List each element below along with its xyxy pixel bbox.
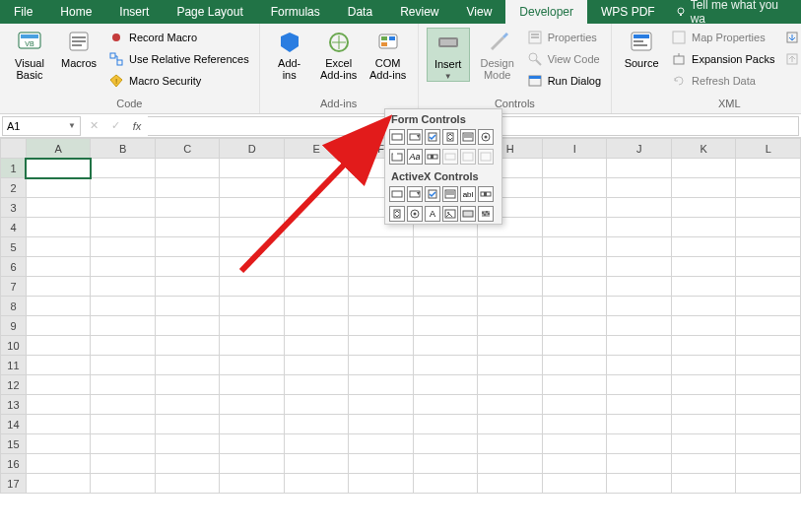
cell[interactable] (607, 474, 671, 494)
source-button[interactable]: Source (620, 28, 663, 69)
cell[interactable] (349, 415, 414, 434)
cell[interactable] (413, 375, 478, 395)
cell[interactable] (91, 415, 156, 434)
cell[interactable] (26, 415, 91, 434)
cell[interactable] (607, 237, 671, 257)
row-header[interactable]: 9 (1, 316, 27, 336)
cell[interactable] (413, 257, 478, 277)
cell[interactable] (607, 336, 671, 356)
cell[interactable] (349, 277, 414, 297)
cell[interactable] (349, 474, 414, 494)
cell[interactable] (26, 159, 91, 178)
cell[interactable] (607, 356, 671, 375)
cell[interactable] (671, 356, 736, 375)
column-header[interactable]: J (607, 139, 671, 159)
record-macro-button[interactable]: Record Macro (106, 28, 251, 47)
cell[interactable] (284, 395, 349, 415)
import-button[interactable]: Import (782, 28, 801, 47)
cell[interactable] (26, 375, 91, 395)
row-header[interactable]: 17 (1, 474, 27, 494)
cell[interactable] (736, 257, 801, 277)
activex-commandbutton-control[interactable] (389, 186, 405, 202)
tab-review[interactable]: Review (386, 0, 452, 24)
cell[interactable] (542, 237, 606, 257)
cell[interactable] (220, 375, 285, 395)
cell[interactable] (478, 237, 543, 257)
cell[interactable] (413, 316, 478, 336)
row-header[interactable]: 15 (1, 434, 27, 454)
cell[interactable] (478, 415, 543, 434)
cell[interactable] (220, 159, 285, 178)
cell[interactable] (26, 474, 91, 494)
row-header[interactable]: 2 (1, 178, 27, 198)
cell[interactable] (478, 336, 543, 356)
cell[interactable] (413, 356, 478, 375)
cell[interactable] (542, 218, 606, 237)
tab-data[interactable]: Data (334, 0, 386, 24)
cell[interactable] (284, 336, 349, 356)
column-header[interactable]: D (220, 139, 285, 159)
cell[interactable] (220, 316, 285, 336)
form-checkbox-control[interactable] (425, 129, 440, 145)
name-box[interactable]: A1 ▼ (2, 116, 81, 136)
cell[interactable] (284, 434, 349, 454)
cell[interactable] (671, 415, 736, 434)
cell[interactable] (26, 454, 91, 474)
cell[interactable] (478, 356, 543, 375)
cell[interactable] (155, 198, 220, 218)
cell[interactable] (91, 257, 156, 277)
cell[interactable] (91, 277, 156, 297)
cell[interactable] (155, 257, 220, 277)
cell[interactable] (607, 434, 671, 454)
cell[interactable] (155, 159, 220, 178)
cell[interactable] (155, 375, 220, 395)
cell[interactable] (542, 159, 606, 178)
form-scrollbar-control[interactable] (425, 149, 440, 165)
cell[interactable] (26, 198, 91, 218)
cell[interactable] (413, 336, 478, 356)
form-textfield-control[interactable] (442, 149, 458, 165)
tab-wps-pdf[interactable]: WPS PDF (587, 0, 669, 24)
cell[interactable] (26, 356, 91, 375)
tab-developer[interactable]: Developer (505, 0, 587, 24)
cell[interactable] (671, 159, 736, 178)
cell[interactable] (155, 178, 220, 198)
form-spinner-control[interactable] (442, 129, 458, 145)
cell[interactable] (220, 277, 285, 297)
cell[interactable] (26, 237, 91, 257)
activex-label-control[interactable]: A (425, 206, 440, 222)
tab-file[interactable]: File (0, 0, 46, 24)
visual-basic-button[interactable]: VB VisualBasic (8, 28, 51, 81)
cell[interactable] (284, 218, 349, 237)
cell[interactable] (542, 356, 606, 375)
cell[interactable] (91, 395, 156, 415)
cell[interactable] (284, 237, 349, 257)
enter-formula-button[interactable]: ✓ (104, 116, 126, 136)
cell[interactable] (220, 395, 285, 415)
cell[interactable] (736, 454, 801, 474)
cell[interactable] (542, 415, 606, 434)
cell[interactable] (155, 454, 220, 474)
insert-function-button[interactable]: fx (126, 116, 148, 136)
cell[interactable] (413, 277, 478, 297)
cell[interactable] (220, 415, 285, 434)
column-header[interactable]: B (91, 139, 156, 159)
column-header[interactable]: C (155, 139, 220, 159)
cell[interactable] (413, 434, 478, 454)
cell[interactable] (349, 375, 414, 395)
cell[interactable] (671, 375, 736, 395)
cell[interactable] (607, 395, 671, 415)
cell[interactable] (542, 316, 606, 336)
cell[interactable] (349, 237, 414, 257)
cell[interactable] (478, 454, 543, 474)
cell[interactable] (284, 277, 349, 297)
cell[interactable] (607, 218, 671, 237)
cell[interactable] (26, 434, 91, 454)
row-header[interactable]: 16 (1, 454, 27, 474)
macros-button[interactable]: Macros (57, 28, 100, 69)
cell[interactable] (736, 474, 801, 494)
insert-controls-button[interactable]: Insert ▼ (427, 28, 470, 82)
cell[interactable] (736, 178, 801, 198)
use-relative-references-button[interactable]: Use Relative References (106, 49, 251, 69)
row-header[interactable]: 7 (1, 277, 27, 297)
